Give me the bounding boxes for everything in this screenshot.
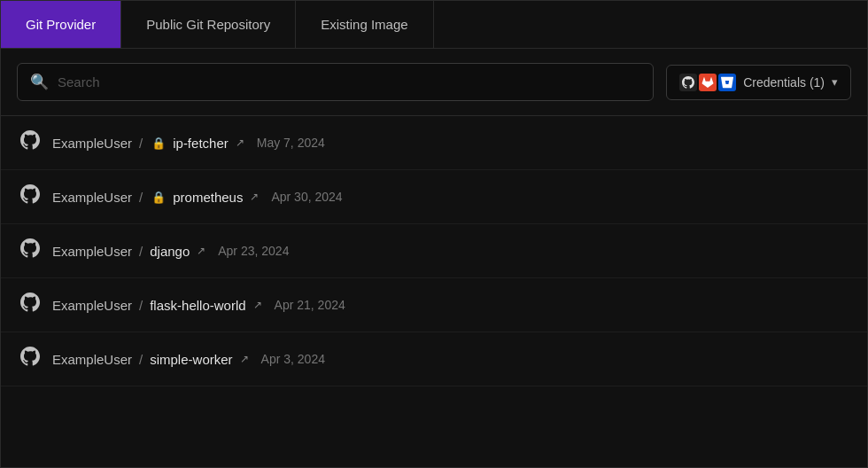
- repo-separator: /: [139, 136, 143, 151]
- tab-git-provider[interactable]: Git Provider: [1, 1, 121, 48]
- github-repo-icon: [20, 292, 40, 317]
- repo-external-link-icon[interactable]: ↗: [197, 245, 205, 257]
- repo-separator: /: [139, 352, 143, 367]
- repo-external-link-icon[interactable]: ↗: [250, 191, 259, 203]
- repo-name: ip-fetcher: [173, 136, 229, 151]
- repo-date: May 7, 2024: [257, 136, 325, 150]
- gitlab-icon: [699, 74, 717, 91]
- repo-list-item[interactable]: ExampleUser / simple-worker ↗Apr 3, 2024: [1, 332, 867, 386]
- github-icon: [679, 74, 697, 91]
- main-container: Git Provider Public Git Repository Exist…: [0, 0, 868, 468]
- repo-list-item[interactable]: ExampleUser / django ↗Apr 23, 2024: [1, 224, 867, 278]
- repo-list-item[interactable]: ExampleUser / flask-hello-world ↗Apr 21,…: [1, 278, 867, 332]
- repo-list-item[interactable]: ExampleUser / 🔒prometheus ↗Apr 30, 2024: [1, 170, 867, 224]
- repo-name: prometheus: [173, 190, 243, 205]
- repo-name: django: [150, 244, 190, 259]
- credentials-button[interactable]: Credentials (1) ▾: [666, 65, 851, 100]
- github-repo-icon: [20, 130, 40, 155]
- search-icon: 🔍: [30, 73, 49, 91]
- repo-external-link-icon[interactable]: ↗: [240, 353, 249, 365]
- tab-bar: Git Provider Public Git Repository Exist…: [1, 1, 867, 49]
- repo-info: ExampleUser / flask-hello-world ↗Apr 21,…: [52, 298, 848, 313]
- repo-separator: /: [139, 244, 143, 259]
- repo-separator: /: [139, 298, 143, 313]
- repo-date: Apr 23, 2024: [218, 244, 289, 258]
- repo-external-link-icon[interactable]: ↗: [253, 299, 262, 311]
- tab-existing-image[interactable]: Existing Image: [296, 1, 433, 48]
- search-box: 🔍: [17, 63, 654, 101]
- repo-date: Apr 3, 2024: [261, 352, 325, 366]
- provider-icons: [679, 74, 736, 91]
- credentials-label: Credentials (1): [743, 75, 825, 90]
- repo-owner: ExampleUser: [52, 190, 132, 205]
- repo-name: simple-worker: [150, 352, 232, 367]
- repo-list-item[interactable]: ExampleUser / 🔒ip-fetcher ↗May 7, 2024: [1, 116, 867, 170]
- github-repo-icon: [20, 184, 40, 209]
- repo-info: ExampleUser / 🔒ip-fetcher ↗May 7, 2024: [52, 136, 848, 151]
- github-repo-icon: [20, 347, 40, 371]
- repo-external-link-icon[interactable]: ↗: [236, 136, 244, 149]
- repo-info: ExampleUser / simple-worker ↗Apr 3, 2024: [52, 352, 848, 367]
- repo-owner: ExampleUser: [52, 244, 132, 259]
- github-repo-icon: [20, 238, 40, 263]
- repo-info: ExampleUser / 🔒prometheus ↗Apr 30, 2024: [52, 190, 848, 205]
- search-row: 🔍 C: [1, 49, 867, 116]
- repository-list: ExampleUser / 🔒ip-fetcher ↗May 7, 2024Ex…: [1, 116, 867, 467]
- repo-separator: /: [139, 190, 143, 205]
- repo-owner: ExampleUser: [52, 352, 132, 367]
- repo-lock-icon: 🔒: [151, 191, 166, 204]
- repo-date: Apr 21, 2024: [275, 298, 345, 312]
- repo-owner: ExampleUser: [52, 136, 132, 151]
- chevron-down-icon: ▾: [832, 75, 838, 89]
- repo-info: ExampleUser / django ↗Apr 23, 2024: [52, 244, 848, 259]
- tab-public-git-repository[interactable]: Public Git Repository: [121, 1, 296, 48]
- search-input[interactable]: [58, 74, 640, 90]
- bitbucket-icon: [718, 74, 736, 91]
- repo-date: Apr 30, 2024: [271, 190, 342, 204]
- repo-lock-icon: 🔒: [151, 136, 166, 150]
- repo-owner: ExampleUser: [52, 298, 132, 313]
- repo-name: flask-hello-world: [150, 298, 245, 313]
